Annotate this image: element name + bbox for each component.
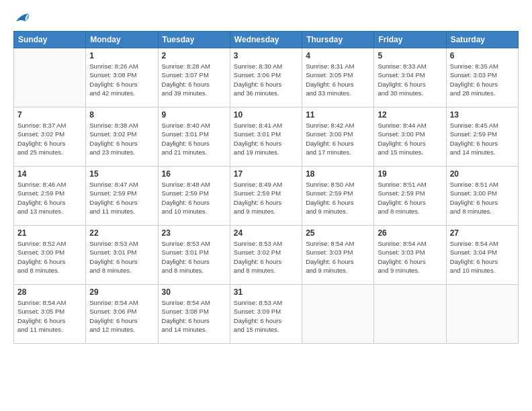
page: SundayMondayTuesdayWednesdayThursdayFrid… bbox=[0, 0, 532, 411]
day-info: Sunrise: 8:30 AMSunset: 3:06 PMDaylight:… bbox=[234, 62, 298, 97]
day-number: 6 bbox=[450, 51, 515, 60]
calendar-cell: 9Sunrise: 8:40 AMSunset: 3:01 PMDaylight… bbox=[158, 107, 230, 167]
calendar-header-friday: Friday bbox=[374, 32, 446, 48]
day-number: 4 bbox=[306, 51, 370, 60]
calendar-cell bbox=[374, 285, 446, 344]
calendar-week-row: 14Sunrise: 8:46 AMSunset: 2:59 PMDayligh… bbox=[14, 167, 519, 226]
day-info: Sunrise: 8:42 AMSunset: 3:00 PMDaylight:… bbox=[306, 121, 370, 156]
day-number: 17 bbox=[234, 169, 298, 179]
day-info: Sunrise: 8:51 AMSunset: 2:59 PMDaylight:… bbox=[378, 180, 442, 216]
calendar-cell: 3Sunrise: 8:30 AMSunset: 3:06 PMDaylight… bbox=[230, 48, 302, 107]
calendar-cell: 10Sunrise: 8:41 AMSunset: 3:01 PMDayligh… bbox=[230, 107, 302, 167]
calendar-cell: 5Sunrise: 8:33 AMSunset: 3:04 PMDaylight… bbox=[374, 48, 446, 107]
calendar-cell: 1Sunrise: 8:26 AMSunset: 3:08 PMDaylight… bbox=[86, 48, 158, 107]
day-info: Sunrise: 8:41 AMSunset: 3:01 PMDaylight:… bbox=[234, 121, 298, 156]
day-number: 1 bbox=[89, 51, 154, 60]
day-info: Sunrise: 8:40 AMSunset: 3:01 PMDaylight:… bbox=[162, 121, 226, 156]
day-info: Sunrise: 8:50 AMSunset: 2:59 PMDaylight:… bbox=[306, 180, 370, 216]
day-number: 24 bbox=[234, 228, 298, 238]
day-number: 19 bbox=[378, 169, 442, 179]
day-info: Sunrise: 8:54 AMSunset: 3:04 PMDaylight:… bbox=[450, 239, 515, 275]
day-info: Sunrise: 8:54 AMSunset: 3:03 PMDaylight:… bbox=[306, 239, 370, 275]
day-info: Sunrise: 8:44 AMSunset: 3:00 PMDaylight:… bbox=[378, 121, 442, 156]
day-info: Sunrise: 8:47 AMSunset: 2:59 PMDaylight:… bbox=[89, 180, 154, 216]
day-info: Sunrise: 8:45 AMSunset: 2:59 PMDaylight:… bbox=[450, 121, 515, 156]
day-info: Sunrise: 8:49 AMSunset: 2:59 PMDaylight:… bbox=[234, 180, 298, 216]
day-info: Sunrise: 8:48 AMSunset: 2:59 PMDaylight:… bbox=[162, 180, 226, 216]
day-info: Sunrise: 8:31 AMSunset: 3:05 PMDaylight:… bbox=[306, 62, 370, 97]
calendar-cell: 17Sunrise: 8:49 AMSunset: 2:59 PMDayligh… bbox=[230, 167, 302, 226]
calendar-header-row: SundayMondayTuesdayWednesdayThursdayFrid… bbox=[14, 32, 519, 48]
day-info: Sunrise: 8:52 AMSunset: 3:00 PMDaylight:… bbox=[17, 239, 82, 275]
day-number: 27 bbox=[450, 228, 515, 238]
calendar-cell bbox=[302, 285, 374, 344]
calendar-cell: 29Sunrise: 8:54 AMSunset: 3:06 PMDayligh… bbox=[86, 285, 158, 344]
calendar-cell: 31Sunrise: 8:53 AMSunset: 3:09 PMDayligh… bbox=[230, 285, 302, 344]
calendar-week-row: 1Sunrise: 8:26 AMSunset: 3:08 PMDaylight… bbox=[14, 48, 519, 107]
calendar-cell: 11Sunrise: 8:42 AMSunset: 3:00 PMDayligh… bbox=[302, 107, 374, 167]
day-info: Sunrise: 8:53 AMSunset: 3:01 PMDaylight:… bbox=[89, 239, 154, 275]
calendar-header-saturday: Saturday bbox=[446, 32, 518, 48]
day-number: 28 bbox=[17, 287, 82, 297]
calendar-cell: 19Sunrise: 8:51 AMSunset: 2:59 PMDayligh… bbox=[374, 167, 446, 226]
calendar-cell: 30Sunrise: 8:54 AMSunset: 3:08 PMDayligh… bbox=[158, 285, 230, 344]
calendar-week-row: 28Sunrise: 8:54 AMSunset: 3:05 PMDayligh… bbox=[14, 285, 519, 344]
day-info: Sunrise: 8:33 AMSunset: 3:04 PMDaylight:… bbox=[378, 62, 442, 97]
day-number: 21 bbox=[17, 228, 82, 238]
day-info: Sunrise: 8:28 AMSunset: 3:07 PMDaylight:… bbox=[162, 62, 226, 97]
calendar-cell: 27Sunrise: 8:54 AMSunset: 3:04 PMDayligh… bbox=[446, 226, 518, 285]
calendar-cell: 25Sunrise: 8:54 AMSunset: 3:03 PMDayligh… bbox=[302, 226, 374, 285]
day-number: 5 bbox=[378, 51, 442, 60]
day-number: 14 bbox=[17, 169, 82, 179]
calendar-week-row: 21Sunrise: 8:52 AMSunset: 3:00 PMDayligh… bbox=[14, 226, 519, 285]
calendar-cell: 8Sunrise: 8:38 AMSunset: 3:02 PMDaylight… bbox=[86, 107, 158, 167]
calendar-header-tuesday: Tuesday bbox=[158, 32, 230, 48]
calendar-cell: 24Sunrise: 8:53 AMSunset: 3:02 PMDayligh… bbox=[230, 226, 302, 285]
day-number: 29 bbox=[89, 287, 154, 297]
calendar-cell: 20Sunrise: 8:51 AMSunset: 3:00 PMDayligh… bbox=[446, 167, 518, 226]
calendar-cell: 4Sunrise: 8:31 AMSunset: 3:05 PMDaylight… bbox=[302, 48, 374, 107]
calendar-week-row: 7Sunrise: 8:37 AMSunset: 3:02 PMDaylight… bbox=[14, 107, 519, 167]
day-info: Sunrise: 8:35 AMSunset: 3:03 PMDaylight:… bbox=[450, 62, 515, 97]
calendar-cell bbox=[14, 48, 86, 107]
calendar-cell: 18Sunrise: 8:50 AMSunset: 2:59 PMDayligh… bbox=[302, 167, 374, 226]
logo bbox=[13, 12, 30, 24]
calendar-table: SundayMondayTuesdayWednesdayThursdayFrid… bbox=[13, 31, 519, 344]
day-number: 11 bbox=[306, 110, 370, 120]
calendar-cell: 12Sunrise: 8:44 AMSunset: 3:00 PMDayligh… bbox=[374, 107, 446, 167]
day-info: Sunrise: 8:54 AMSunset: 3:06 PMDaylight:… bbox=[89, 298, 154, 334]
day-number: 25 bbox=[306, 228, 370, 238]
calendar-cell: 28Sunrise: 8:54 AMSunset: 3:05 PMDayligh… bbox=[14, 285, 86, 344]
day-number: 31 bbox=[234, 287, 298, 297]
calendar-cell: 21Sunrise: 8:52 AMSunset: 3:00 PMDayligh… bbox=[14, 226, 86, 285]
calendar-cell: 15Sunrise: 8:47 AMSunset: 2:59 PMDayligh… bbox=[86, 167, 158, 226]
day-number: 12 bbox=[378, 110, 442, 120]
day-number: 22 bbox=[89, 228, 154, 238]
day-info: Sunrise: 8:37 AMSunset: 3:02 PMDaylight:… bbox=[17, 121, 82, 156]
day-info: Sunrise: 8:51 AMSunset: 3:00 PMDaylight:… bbox=[450, 180, 515, 216]
calendar-cell bbox=[446, 285, 518, 344]
calendar-header-thursday: Thursday bbox=[302, 32, 374, 48]
day-number: 10 bbox=[234, 110, 298, 120]
calendar-cell: 16Sunrise: 8:48 AMSunset: 2:59 PMDayligh… bbox=[158, 167, 230, 226]
day-info: Sunrise: 8:26 AMSunset: 3:08 PMDaylight:… bbox=[89, 62, 154, 97]
day-info: Sunrise: 8:53 AMSunset: 3:02 PMDaylight:… bbox=[234, 239, 298, 275]
day-info: Sunrise: 8:54 AMSunset: 3:05 PMDaylight:… bbox=[17, 298, 82, 334]
calendar-cell: 26Sunrise: 8:54 AMSunset: 3:03 PMDayligh… bbox=[374, 226, 446, 285]
calendar-header-wednesday: Wednesday bbox=[230, 32, 302, 48]
calendar-cell: 6Sunrise: 8:35 AMSunset: 3:03 PMDaylight… bbox=[446, 48, 518, 107]
day-info: Sunrise: 8:53 AMSunset: 3:01 PMDaylight:… bbox=[162, 239, 226, 275]
day-number: 9 bbox=[162, 110, 226, 120]
day-number: 20 bbox=[450, 169, 515, 179]
day-info: Sunrise: 8:38 AMSunset: 3:02 PMDaylight:… bbox=[89, 121, 154, 156]
day-number: 7 bbox=[17, 110, 82, 120]
day-info: Sunrise: 8:54 AMSunset: 3:08 PMDaylight:… bbox=[162, 298, 226, 334]
logo-bird-icon bbox=[15, 12, 30, 24]
day-number: 30 bbox=[162, 287, 226, 297]
day-number: 3 bbox=[234, 51, 298, 60]
header bbox=[13, 12, 519, 24]
day-number: 18 bbox=[306, 169, 370, 179]
calendar-header-monday: Monday bbox=[86, 32, 158, 48]
calendar-cell: 7Sunrise: 8:37 AMSunset: 3:02 PMDaylight… bbox=[14, 107, 86, 167]
day-number: 15 bbox=[89, 169, 154, 179]
